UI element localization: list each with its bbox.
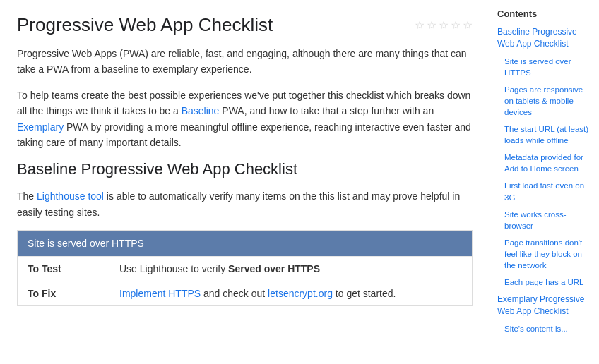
sidebar-item-responsive[interactable]: Pages are responsive on tablets & mobile…	[497, 84, 592, 118]
sidebar-item-baseline[interactable]: Baseline Progressive Web App Checklist	[497, 26, 592, 50]
table-cell-value: Implement HTTPS and check out letsencryp…	[109, 281, 472, 306]
star-rating[interactable]: ☆ ☆ ☆ ☆ ☆	[415, 18, 473, 32]
star-5[interactable]: ☆	[463, 18, 473, 32]
table-row: To Test Use Lighthouse to verify Served …	[18, 257, 472, 281]
intro-paragraph-1: Progressive Web Apps (PWA) are reliable,…	[17, 46, 473, 78]
table-cell-label: To Test	[18, 257, 109, 281]
star-2[interactable]: ☆	[427, 18, 437, 32]
intro-paragraph-2: To help teams create the best possible e…	[17, 87, 473, 151]
exemplary-link[interactable]: Exemplary	[17, 121, 64, 133]
bold-text: Served over HTTPS	[228, 263, 320, 274]
sidebar-title: Contents	[497, 8, 592, 19]
section-heading: Baseline Progressive Web App Checklist	[17, 160, 473, 178]
sidebar-item-transitions[interactable]: Page transitions don't feel like they bl…	[497, 237, 592, 271]
star-4[interactable]: ☆	[451, 18, 461, 32]
main-content: Progressive Web App Checklist ☆ ☆ ☆ ☆ ☆ …	[0, 0, 490, 364]
table-header: Site is served over HTTPS	[18, 231, 472, 256]
intro-link-span: although there are many things that can …	[17, 48, 467, 75]
sidebar-item-firstload[interactable]: First load fast even on 3G	[497, 180, 592, 202]
title-row: Progressive Web App Checklist ☆ ☆ ☆ ☆ ☆	[17, 14, 473, 36]
table-cell-label: To Fix	[18, 281, 109, 306]
sidebar-item-crossbrowser[interactable]: Site works cross-browser	[497, 209, 592, 231]
table-row: To Fix Implement HTTPS and check out let…	[18, 281, 472, 306]
table-body: To Test Use Lighthouse to verify Served …	[18, 256, 472, 305]
implement-https-link[interactable]: Implement HTTPS	[119, 288, 201, 299]
section-paragraph: The Lighthouse tool is able to automatic…	[17, 188, 473, 220]
baseline-link[interactable]: Baseline	[182, 105, 220, 116]
sidebar-item-sitecontent[interactable]: Site's content is...	[497, 323, 592, 334]
sidebar-item-url[interactable]: Each page has a URL	[497, 277, 592, 288]
sidebar: Contents Baseline Progressive Web App Ch…	[490, 0, 599, 364]
table-cell-value: Use Lighthouse to verify Served over HTT…	[109, 257, 472, 281]
sidebar-item-offline[interactable]: The start URL (at least) loads while off…	[497, 123, 592, 146]
letsencrypt-link[interactable]: letsencrypt.org	[268, 288, 333, 299]
https-table-section: Site is served over HTTPS To Test Use Li…	[17, 230, 473, 306]
sidebar-item-metadata[interactable]: Metadata provided for Add to Home screen	[497, 152, 592, 174]
sidebar-item-exemplary[interactable]: Exemplary Progressive Web App Checklist	[497, 293, 592, 317]
star-3[interactable]: ☆	[439, 18, 449, 32]
sidebar-item-https[interactable]: Site is served over HTTPS	[497, 56, 592, 78]
lighthouse-link[interactable]: Lighthouse tool	[37, 190, 104, 202]
page-title: Progressive Web App Checklist	[17, 14, 273, 36]
star-1[interactable]: ☆	[415, 18, 425, 32]
